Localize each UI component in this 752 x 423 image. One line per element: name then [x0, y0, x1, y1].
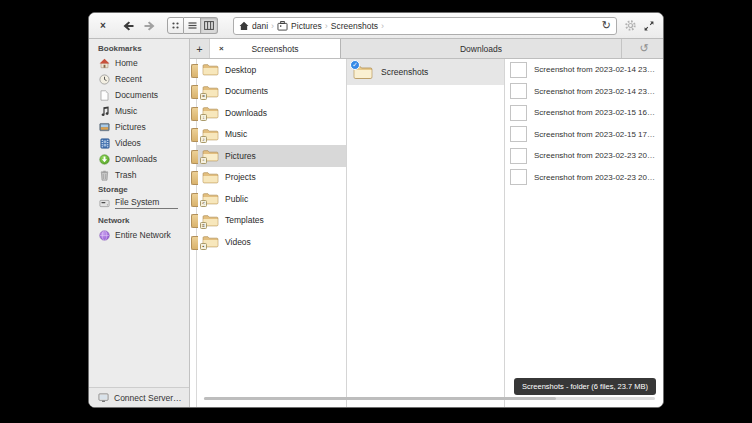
file-label: Screenshot from 2023-02-23 20… [534, 151, 655, 160]
settings-menu-button[interactable] [624, 19, 637, 32]
sidebar-item-label: Downloads [115, 154, 157, 164]
folder-row-screenshots[interactable]: ✓ Screenshots [347, 59, 504, 85]
selected-check-badge: ✓ [350, 60, 360, 70]
chevron-icon: › [381, 21, 384, 31]
sidebar-item-videos[interactable]: Videos [89, 135, 189, 151]
forward-button[interactable] [143, 20, 156, 32]
maximize-button[interactable] [643, 20, 655, 32]
file-row[interactable]: Screenshot from 2023-02-15 16… [505, 102, 663, 124]
column-screenshots: Screenshot from 2023-02-14 23… Screensho… [505, 59, 663, 407]
sidebar-item-label: Entire Network [115, 230, 171, 240]
sidebar-item-home[interactable]: Home [89, 55, 189, 71]
tab-bar: + × Screenshots Downloads ↺ [190, 39, 663, 59]
sidebar-item-label: Recent [115, 74, 142, 84]
miller-columns: Desktop = Documents ↓ Downloads ♪ Musi [190, 59, 663, 407]
tab-screenshots[interactable]: × Screenshots [210, 39, 341, 58]
gear-icon [624, 19, 637, 32]
sidebar-item-file-system[interactable]: File System [89, 195, 189, 211]
sidebar-item-music[interactable]: Music [89, 103, 189, 119]
filesystem-icon [99, 198, 110, 209]
sidebar-item-label: Music [115, 106, 137, 116]
sidebar-item-pictures[interactable]: Pictures [89, 119, 189, 135]
main-area: + × Screenshots Downloads ↺ [190, 39, 663, 407]
desktop-background: × [0, 0, 752, 423]
sidebar-item-entire-network[interactable]: Entire Network [89, 227, 189, 243]
breadcrumb[interactable]: dani › Pictures › Screenshots › ↻ [233, 17, 617, 35]
folder-icon: < [202, 192, 219, 205]
connect-server-label: Connect Server… [114, 393, 182, 403]
sidebar-item-label: Videos [115, 138, 141, 148]
tab-close-icon[interactable]: × [219, 44, 224, 53]
folder-row-videos[interactable]: ▪ Videos [197, 231, 346, 253]
sidebar-item-label: Pictures [115, 122, 146, 132]
folder-label: Templates [225, 215, 264, 225]
connect-server-button[interactable]: Connect Server… [89, 387, 189, 407]
header-bar: × [89, 13, 663, 39]
share-emblem: < [200, 200, 207, 207]
pictures-icon [99, 122, 110, 133]
sidebar-item-downloads[interactable]: Downloads [89, 151, 189, 167]
trash-icon [99, 170, 110, 181]
refresh-button[interactable]: ↻ [602, 20, 611, 31]
folder-label: Downloads [225, 108, 267, 118]
home-icon [99, 58, 110, 69]
file-row[interactable]: Screenshot from 2023-02-14 23… [505, 59, 663, 81]
file-row[interactable]: Screenshot from 2023-02-14 23… [505, 81, 663, 103]
sidebar-item-recent[interactable]: Recent [89, 71, 189, 87]
files-window: × [88, 12, 664, 408]
pictures-icon [277, 21, 288, 31]
chevron-icon: › [271, 21, 274, 31]
sidebar-item-label: Trash [115, 170, 136, 180]
music-emblem: ♪ [200, 136, 207, 143]
folder-icon: = [202, 85, 219, 98]
grid-view-button[interactable] [167, 17, 184, 34]
grid-view-icon [171, 21, 180, 30]
new-tab-button[interactable]: + [190, 39, 210, 58]
file-row[interactable]: Screenshot from 2023-02-23 20… [505, 145, 663, 167]
file-label: Screenshot from 2023-02-15 17… [534, 130, 655, 139]
breadcrumb-home[interactable]: dani [239, 21, 268, 31]
file-label: Screenshot from 2023-02-14 23… [534, 87, 655, 96]
breadcrumb-pictures[interactable]: Pictures [277, 21, 322, 31]
list-view-button[interactable] [184, 17, 201, 34]
folder-row-pictures[interactable]: ▫ Pictures [197, 145, 346, 167]
column-home: Desktop = Documents ↓ Downloads ♪ Musi [197, 59, 347, 407]
folder-icon-fragment [190, 124, 196, 146]
folder-row-public[interactable]: < Public [197, 188, 346, 210]
folder-icon-fragment [190, 231, 196, 253]
folder-icon-fragment [190, 210, 196, 232]
restore-tab-button[interactable]: ↺ [625, 39, 663, 58]
file-row[interactable]: Screenshot from 2023-02-23 20… [505, 167, 663, 189]
folder-icon-fragment [190, 145, 196, 167]
window-close-button[interactable]: × [97, 20, 109, 31]
column-view-icon [204, 21, 214, 30]
documents-icon [99, 90, 110, 101]
column-view-button[interactable] [201, 17, 218, 34]
horizontal-scrollbar[interactable] [204, 397, 655, 400]
folder-icon [202, 171, 219, 184]
breadcrumb-screenshots[interactable]: Screenshots [331, 21, 378, 31]
folder-row-templates[interactable]: ≡ Templates [197, 210, 346, 232]
folder-label: Music [225, 129, 247, 139]
sidebar-item-documents[interactable]: Documents [89, 87, 189, 103]
folder-row-downloads[interactable]: ↓ Downloads [197, 102, 346, 124]
photo-emblem: ▫ [200, 157, 207, 164]
folder-row-desktop[interactable]: Desktop [197, 59, 346, 81]
template-emblem: ≡ [200, 222, 207, 229]
nav-buttons [122, 20, 156, 32]
breadcrumb-label: dani [252, 21, 268, 31]
download-emblem: ↓ [200, 114, 207, 121]
breadcrumb-label: Pictures [291, 21, 322, 31]
sidebar-section-bookmarks: Bookmarks [89, 42, 189, 55]
scrollbar-thumb[interactable] [204, 397, 556, 400]
folder-label: Public [225, 194, 248, 204]
file-row[interactable]: Screenshot from 2023-02-15 17… [505, 124, 663, 146]
folder-row-projects[interactable]: Projects [197, 167, 346, 189]
sidebar-item-trash[interactable]: Trash [89, 167, 189, 183]
folder-row-documents[interactable]: = Documents [197, 81, 346, 103]
history-icon: ↺ [639, 42, 648, 55]
back-button[interactable] [122, 20, 135, 32]
folder-row-music[interactable]: ♪ Music [197, 124, 346, 146]
tab-downloads[interactable]: Downloads [341, 39, 622, 58]
back-arrow-icon [122, 20, 135, 32]
